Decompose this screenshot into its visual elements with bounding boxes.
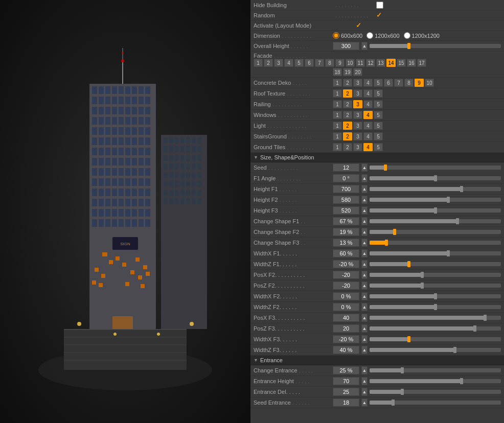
widthz-f1-input[interactable]: [333, 260, 359, 268]
gtiles-btn-4[interactable]: 4: [363, 143, 373, 151]
railing-btn-1[interactable]: 1: [333, 100, 342, 108]
change-shape-f3-input[interactable]: [333, 239, 359, 247]
height-f2-up[interactable]: ▲: [361, 196, 368, 204]
concrete-btn-1[interactable]: 1: [333, 79, 342, 87]
facade-btn-20[interactable]: 20: [353, 68, 362, 76]
f1-angle-slider[interactable]: [370, 176, 501, 180]
seed-entrance-input[interactable]: [333, 398, 359, 407]
seed-entrance-up[interactable]: ▲: [361, 398, 368, 407]
facade-btn-13[interactable]: 13: [376, 59, 385, 67]
facade-btn-10[interactable]: 10: [346, 59, 355, 67]
height-f3-input[interactable]: [333, 206, 359, 215]
facade-btn-14[interactable]: 14: [386, 59, 396, 67]
posz-f2-slider[interactable]: [370, 284, 501, 288]
seed-input[interactable]: [333, 163, 359, 172]
size-shape-section-header[interactable]: ▼ Size, Shape&Position: [250, 153, 504, 162]
gtiles-btn-3[interactable]: 3: [353, 143, 362, 151]
change-shape-f2-up[interactable]: ▲: [361, 228, 368, 236]
facade-btn-5[interactable]: 5: [294, 59, 304, 67]
concrete-btn-9[interactable]: 9: [415, 79, 424, 87]
widthx-f1-slider[interactable]: [370, 251, 501, 255]
facade-btn-11[interactable]: 11: [356, 59, 365, 67]
hide-building-checkbox[interactable]: [376, 2, 383, 9]
seed-slider[interactable]: [370, 166, 501, 170]
light-btn-2[interactable]: 2: [343, 122, 352, 130]
entrance-height-up[interactable]: ▲: [361, 377, 368, 385]
dim-600x600[interactable]: 600x600: [333, 32, 362, 39]
widthx-f3-slider[interactable]: [370, 337, 501, 341]
change-shape-f2-slider[interactable]: [370, 230, 501, 234]
windows-btn-2[interactable]: 2: [343, 111, 352, 119]
light-btn-4[interactable]: 4: [363, 122, 373, 130]
widthz-f3-input[interactable]: [333, 346, 359, 354]
change-shape-f2-input[interactable]: [333, 228, 359, 236]
posz-f3-slider[interactable]: [370, 326, 501, 331]
roof-btn-5[interactable]: 5: [374, 89, 383, 98]
stairs-btn-3[interactable]: 3: [353, 132, 362, 140]
facade-btn-9[interactable]: 9: [335, 59, 345, 67]
windows-btn-3[interactable]: 3: [353, 111, 362, 119]
widthz-f3-slider[interactable]: [370, 348, 501, 352]
entrance-del-up[interactable]: ▲: [361, 388, 368, 396]
facade-btn-4[interactable]: 4: [284, 59, 293, 67]
change-shape-f1-input[interactable]: [333, 217, 359, 225]
entrance-height-input[interactable]: [333, 377, 359, 385]
facade-btn-3[interactable]: 3: [274, 59, 283, 67]
widthx-f1-input[interactable]: [333, 249, 359, 257]
widthz-f1-up[interactable]: ▲: [361, 260, 368, 268]
height-f2-slider[interactable]: [370, 198, 501, 202]
stairs-btn-4[interactable]: 4: [363, 132, 373, 140]
light-btn-1[interactable]: 1: [333, 122, 342, 130]
height-f3-slider[interactable]: [370, 208, 501, 213]
widthz-f2-input[interactable]: [333, 303, 359, 311]
concrete-btn-6[interactable]: 6: [384, 79, 393, 87]
roof-btn-2[interactable]: 2: [343, 89, 352, 98]
height-f3-up[interactable]: ▲: [361, 206, 368, 215]
light-btn-5[interactable]: 5: [374, 122, 383, 130]
facade-btn-19[interactable]: 19: [343, 68, 352, 76]
concrete-btn-8[interactable]: 8: [404, 79, 414, 87]
roof-btn-1[interactable]: 1: [333, 89, 342, 98]
widthz-f2-up[interactable]: ▲: [361, 303, 368, 311]
height-f1-up[interactable]: ▲: [361, 185, 368, 193]
change-shape-f3-up[interactable]: ▲: [361, 239, 368, 247]
widthz-f1-slider[interactable]: [370, 262, 501, 266]
change-shape-f1-up[interactable]: ▲: [361, 217, 368, 225]
railing-btn-3[interactable]: 3: [353, 100, 362, 108]
posz-f2-input[interactable]: [333, 281, 359, 290]
roof-btn-4[interactable]: 4: [363, 89, 373, 98]
dim-1200x600[interactable]: 1200x600: [366, 32, 399, 39]
posx-f2-input[interactable]: [333, 271, 359, 279]
facade-btn-2[interactable]: 2: [264, 59, 273, 67]
f1-angle-input[interactable]: [333, 174, 359, 182]
posx-f2-up[interactable]: ▲: [361, 271, 368, 279]
widthx-f2-slider[interactable]: [370, 294, 501, 298]
change-shape-f3-slider[interactable]: [370, 241, 501, 245]
facade-btn-6[interactable]: 6: [305, 59, 314, 67]
facade-btn-7[interactable]: 7: [315, 59, 324, 67]
entrance-section-header[interactable]: ▼ Entrance: [250, 356, 504, 365]
seed-entrance-slider[interactable]: [370, 401, 501, 405]
concrete-btn-3[interactable]: 3: [353, 79, 362, 87]
overall-height-input[interactable]: [333, 42, 359, 50]
widthz-f2-slider[interactable]: [370, 305, 501, 309]
dim-1200x1200[interactable]: 1200x1200: [404, 32, 440, 39]
concrete-btn-5[interactable]: 5: [374, 79, 383, 87]
concrete-btn-4[interactable]: 4: [363, 79, 373, 87]
windows-btn-5[interactable]: 5: [374, 111, 383, 119]
windows-btn-4[interactable]: 4: [363, 111, 373, 119]
overall-height-up[interactable]: ▲: [361, 42, 368, 50]
widthx-f3-up[interactable]: ▲: [361, 335, 368, 343]
stairs-btn-1[interactable]: 1: [333, 132, 342, 140]
light-btn-3[interactable]: 3: [353, 122, 362, 130]
posz-f3-up[interactable]: ▲: [361, 324, 368, 333]
gtiles-btn-1[interactable]: 1: [333, 143, 342, 151]
widthx-f3-input[interactable]: [333, 335, 359, 343]
stairs-btn-2[interactable]: 2: [343, 132, 352, 140]
facade-btn-1[interactable]: 1: [254, 59, 263, 67]
widthx-f1-up[interactable]: ▲: [361, 249, 368, 257]
posz-f2-up[interactable]: ▲: [361, 281, 368, 290]
concrete-btn-10[interactable]: 10: [425, 79, 434, 87]
concrete-btn-2[interactable]: 2: [343, 79, 352, 87]
roof-btn-3[interactable]: 3: [353, 89, 362, 98]
